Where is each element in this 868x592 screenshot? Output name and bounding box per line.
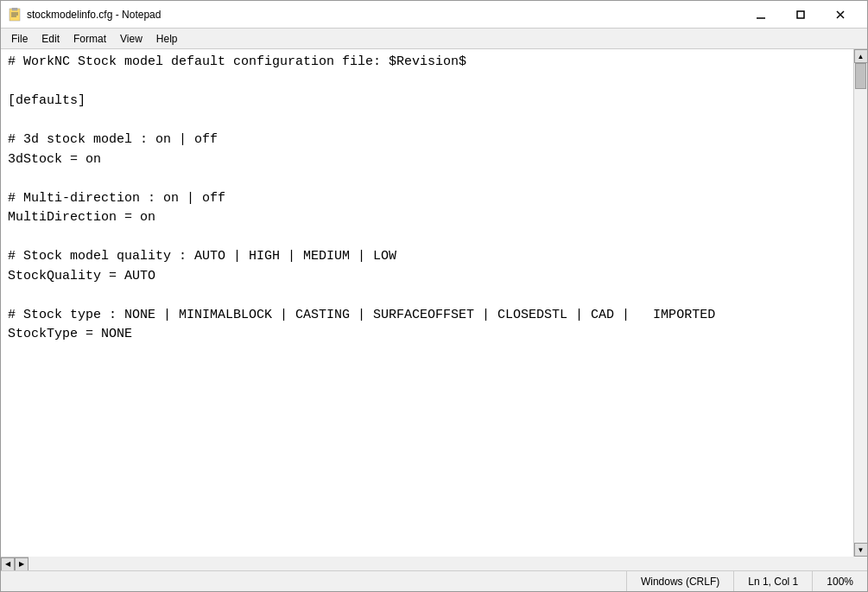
edit-menu[interactable]: Edit [35,31,67,47]
status-zoom: 100% [813,571,867,591]
editor-container: # WorkNC Stock model default configurati… [1,49,867,570]
vertical-scrollbar[interactable]: ▲ ▼ [853,49,867,557]
menu-bar: File Edit Format View Help [1,29,867,49]
status-empty [1,571,627,591]
horizontal-scrollbar[interactable]: ◀ ▶ [1,557,29,570]
scroll-track-vertical[interactable] [854,63,867,543]
scroll-up-button[interactable]: ▲ [854,49,868,63]
editor-scroll-area[interactable]: # WorkNC Stock model default configurati… [1,49,853,557]
maximize-button[interactable] [781,1,820,29]
scroll-down-button[interactable]: ▼ [854,543,868,557]
notepad-icon [8,8,22,22]
scrollbar-corner [29,557,42,570]
file-menu[interactable]: File [4,31,35,47]
help-menu[interactable]: Help [149,31,185,47]
scroll-left-button[interactable]: ◀ [1,557,15,571]
scroll-right-button[interactable]: ▶ [15,557,29,571]
status-bar: Windows (CRLF) Ln 1, Col 1 100% [1,570,867,591]
main-window: stockmodelinfo.cfg - Notepad File Edit F… [0,0,868,592]
svg-rect-6 [797,11,804,18]
view-menu[interactable]: View [113,31,149,47]
minimize-button[interactable] [741,1,781,29]
scrollbar-row: ◀ ▶ [1,557,867,570]
svg-rect-1 [12,8,17,10]
close-button[interactable] [820,1,860,29]
format-menu[interactable]: Format [67,31,113,47]
status-position: Ln 1, Col 1 [734,571,813,591]
editor-text[interactable]: # WorkNC Stock model default configurati… [1,49,853,557]
status-encoding: Windows (CRLF) [627,571,734,591]
scroll-thumb-vertical[interactable] [855,63,866,89]
title-bar: stockmodelinfo.cfg - Notepad [1,1,867,29]
window-title: stockmodelinfo.cfg - Notepad [27,9,741,21]
window-controls [741,1,860,29]
